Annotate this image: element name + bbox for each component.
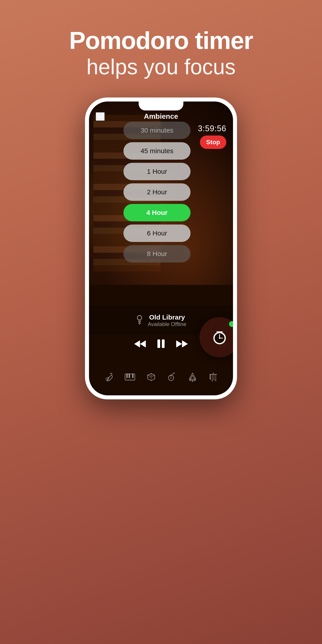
duration-1hour[interactable]: 1 Hour [124,163,190,180]
duration-list: 30 minutes 45 minutes 1 Hour 2 Hour 4 Ho… [124,122,190,262]
svg-rect-50 [212,380,213,382]
stopwatch-icon [211,328,228,346]
stop-button[interactable]: Stop [200,136,226,149]
svg-rect-5 [158,340,160,348]
svg-line-21 [108,377,109,378]
svg-point-38 [170,377,172,379]
hero-subtitle: helps you focus [69,54,253,80]
duration-30min[interactable]: 30 minutes [124,122,190,139]
screen-header: Ambience [89,112,233,120]
track-name: Old Library [148,314,186,321]
duration-8hour[interactable]: 8 Hour [124,245,190,262]
track-info: Old Library Available Offline [148,314,186,327]
svg-rect-52 [215,380,216,381]
duration-45min[interactable]: 45 minutes [124,142,190,160]
header-title: Ambience [144,112,178,120]
bottom-icons-row [89,372,233,382]
svg-point-0 [137,316,142,320]
tree-icon[interactable] [188,372,197,382]
timer-area: 3:59:56 Stop [198,124,226,149]
wind-chime-icon[interactable] [208,372,218,382]
forward-button[interactable] [176,340,188,350]
svg-marker-4 [134,340,140,348]
guitar-icon[interactable] [104,372,113,382]
svg-rect-49 [210,379,211,380]
banjo-icon[interactable] [167,372,177,382]
svg-line-35 [174,372,175,374]
piano-icon[interactable] [124,373,135,381]
phone-screen: Ambience 3:59:56 Stop 30 minutes 45 minu… [89,102,233,395]
track-status: Available Offline [148,321,186,327]
svg-marker-40 [190,375,196,380]
svg-marker-3 [140,340,146,348]
phone-wrapper: Ambience 3:59:56 Stop 30 minutes 45 minu… [85,98,237,399]
duration-4hour[interactable]: 4 Hour [124,204,190,222]
svg-point-19 [219,338,220,339]
pomodoro-dot [229,321,233,327]
svg-marker-8 [182,340,188,348]
timer-display: 3:59:56 [198,124,226,133]
duration-6hour[interactable]: 6 Hour [124,224,190,242]
svg-rect-6 [162,340,164,348]
hero-section: Pomodoro timer helps you focus [69,27,253,80]
pause-button[interactable] [157,339,165,350]
hero-title: Pomodoro timer [69,27,253,54]
rewind-button[interactable] [134,340,146,350]
chevron-down-button[interactable] [96,112,105,121]
svg-rect-53 [210,378,210,379]
svg-marker-39 [189,373,196,379]
box-icon[interactable] [147,372,156,382]
duration-2hour[interactable]: 2 Hour [124,183,190,201]
bulb-icon [136,314,143,326]
svg-marker-7 [176,340,182,348]
notch [139,102,183,110]
svg-rect-51 [214,379,214,380]
